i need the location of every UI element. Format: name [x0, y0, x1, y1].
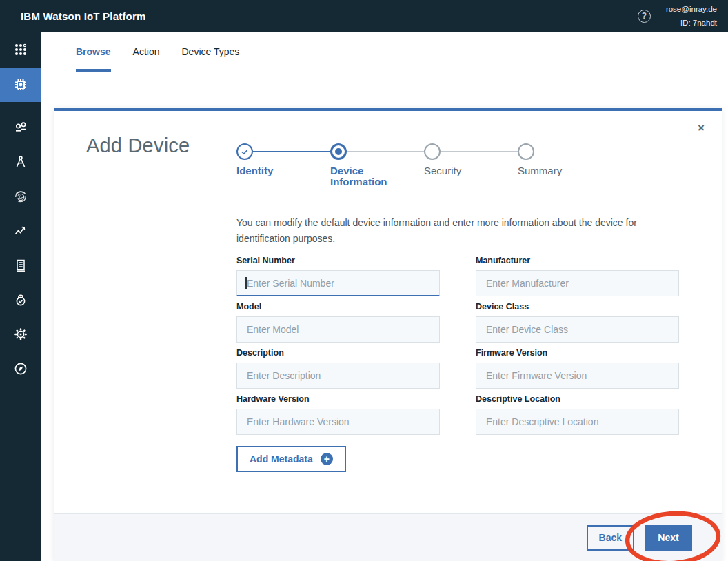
sidebar-item-boards[interactable]: [0, 351, 41, 386]
help-icon[interactable]: ?: [638, 10, 651, 23]
user-email: rose@inray.de: [666, 2, 717, 16]
add-metadata-label: Add Metadata: [250, 453, 313, 465]
field-label: Description: [236, 348, 440, 358]
drafting-compass-icon: [12, 154, 29, 170]
field-label: Descriptive Location: [476, 394, 679, 404]
sidebar-item-usage[interactable]: [0, 179, 41, 214]
field-device-class: Device Class: [476, 302, 679, 343]
product-title: IBM Watson IoT Platform: [21, 10, 146, 22]
sidebar-item-settings[interactable]: [0, 317, 41, 351]
step-circle-device-information: [330, 143, 347, 160]
step-connector: [253, 151, 330, 152]
app-switcher-icon: [12, 41, 29, 58]
column-divider: [458, 260, 458, 450]
gear-icon: [12, 326, 29, 343]
activity-chart-icon: [12, 223, 29, 239]
firmware-version-input[interactable]: [476, 363, 679, 389]
check-icon: [239, 146, 250, 157]
tab-action[interactable]: Action: [133, 32, 160, 72]
step-label-device-information: Device Information: [330, 165, 424, 187]
plus-icon: +: [321, 453, 333, 465]
field-manufacturer: Manufacturer: [476, 256, 679, 296]
field-label: Hardware Version: [236, 394, 440, 404]
sidebar-item-members[interactable]: [0, 110, 41, 145]
device-class-input[interactable]: [476, 316, 679, 343]
field-label: Model: [236, 302, 440, 312]
field-label: Serial Number: [236, 256, 440, 265]
add-device-modal: × Add Device Identi: [54, 108, 722, 561]
field-model: Model: [236, 302, 440, 343]
step-label-security: Security: [424, 165, 518, 187]
model-input[interactable]: [236, 316, 440, 343]
back-button[interactable]: Back: [587, 525, 634, 551]
nav-tabbar: Browse Action Device Types: [41, 32, 728, 72]
members-icon: [12, 119, 29, 136]
lock-check-icon: [12, 292, 29, 308]
user-info[interactable]: rose@inray.de ID: 7nahdt: [666, 2, 717, 30]
add-metadata-button[interactable]: Add Metadata +: [236, 446, 346, 472]
field-label: Device Class: [476, 302, 679, 312]
step-connector: [441, 151, 518, 152]
sidebar-item-security[interactable]: [0, 283, 41, 317]
field-descriptive-location: Descriptive Location: [476, 394, 679, 435]
tab-device-types[interactable]: Device Types: [182, 32, 240, 72]
fingerprint-icon: [12, 188, 29, 205]
left-sidebar: [0, 32, 41, 561]
sidebar-item-schemas[interactable]: [0, 145, 41, 179]
sidebar-item-devices[interactable]: [0, 68, 41, 102]
field-serial-number: Serial Number: [236, 256, 440, 296]
serial-number-input[interactable]: [236, 270, 440, 296]
step-circle-summary: [518, 143, 534, 160]
field-description: Description: [236, 348, 440, 389]
sidebar-item-analytics[interactable]: [0, 214, 41, 248]
compass-icon: [12, 360, 29, 377]
descriptive-location-input[interactable]: [476, 409, 679, 435]
sidebar-item-docs[interactable]: [0, 248, 41, 283]
modal-footer: Back Next: [54, 513, 722, 561]
step-circle-identity: [236, 143, 253, 160]
description-input[interactable]: [236, 363, 440, 389]
device-chip-icon: [12, 76, 29, 93]
field-label: Manufacturer: [476, 256, 679, 265]
wizard-stepper: Identity Device Information Security Sum…: [236, 134, 611, 187]
step-label-summary: Summary: [518, 165, 611, 187]
top-header: IBM Watson IoT Platform ? rose@inray.de …: [0, 0, 728, 32]
user-org-id: ID: 7nahdt: [666, 16, 717, 30]
document-icon: [12, 257, 29, 274]
text-caret: [245, 277, 247, 289]
manufacturer-input[interactable]: [476, 270, 679, 296]
modal-title: Add Device: [86, 134, 236, 157]
step-connector: [347, 151, 424, 152]
step-circle-security: [424, 143, 441, 160]
field-label: Firmware Version: [476, 348, 679, 358]
next-button[interactable]: Next: [645, 525, 692, 551]
device-info-form: Serial Number Model Description: [236, 256, 697, 472]
field-firmware-version: Firmware Version: [476, 348, 679, 389]
wizard-description: You can modify the default device inform…: [236, 215, 650, 246]
sidebar-item-app-switcher[interactable]: [0, 32, 41, 68]
tab-browse[interactable]: Browse: [76, 32, 111, 72]
step-label-identity: Identity: [236, 165, 330, 187]
field-hardware-version: Hardware Version: [236, 394, 440, 435]
hardware-version-input[interactable]: [236, 409, 440, 435]
close-icon[interactable]: ×: [694, 121, 708, 135]
active-step-dot: [335, 148, 342, 155]
